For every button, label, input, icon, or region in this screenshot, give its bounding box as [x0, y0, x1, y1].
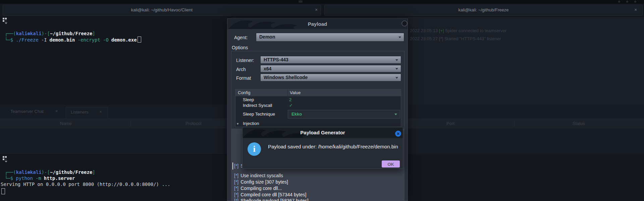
top-strip [0, 0, 644, 4]
chevron-down-icon [394, 114, 397, 115]
console-line: [*]Compiled core dll [57344 bytes] [234, 192, 306, 197]
log-tag: [*] [234, 163, 238, 169]
cutoff-window-icon [299, 0, 303, 3]
close-icon[interactable]: × [55, 109, 58, 114]
divider [130, 120, 131, 127]
prompt-path: ~/github/Freeze [50, 170, 92, 175]
info-icon: i [248, 142, 261, 156]
expander-icon[interactable]: ▾ [237, 122, 239, 126]
console-cursor [232, 162, 233, 170]
arch-label: Arch [236, 67, 246, 72]
options-label: Options [232, 45, 248, 50]
close-icon[interactable]: × [395, 131, 401, 137]
command-line: └─$python-mhttp.server [5, 175, 75, 181]
format-value: Windows Shellcode [264, 75, 401, 80]
column-port[interactable]: Port [446, 121, 454, 126]
prompt-frame: ┌──( [5, 170, 16, 175]
listener-value: HTTPS-443 [264, 57, 401, 62]
table-row[interactable]: Sleep Technique Ekko [235, 109, 401, 120]
terminal-pane-top[interactable]: ┌──(kali⊛kali)-[~/github/Freeze] └─$./Fr… [0, 16, 231, 105]
dialog-title: Payload Generator [243, 130, 403, 135]
event-log-line: 2022 23:05:27 [*] Started "HTTPS-443" li… [410, 36, 501, 41]
pane-menu-icon[interactable] [3, 18, 7, 24]
config-table: Config Value Sleep 2 Indirect Syscall ✓ … [235, 89, 401, 127]
tab-havoc-client-terminal[interactable]: kali@kali: ~/github/Havoc/Client × [3, 5, 321, 16]
cli-flag: -m [36, 176, 41, 181]
payload-titlebar[interactable]: Payload [227, 19, 408, 29]
column-value[interactable]: Value [290, 90, 301, 95]
prompt-frame: ┌──( [5, 31, 16, 36]
log-tag: [*] [234, 179, 238, 185]
cli-flag: -I [41, 37, 47, 43]
tab-teamserver-chat[interactable]: Teamserver Chat [10, 109, 44, 114]
dialog-message: Payload saved under: /home/kali/github/F… [268, 144, 398, 149]
server-output: Serving HTTP on 0.0.0.0 port 8000 (http:… [1, 181, 170, 187]
window-dot-icon [634, 1, 636, 3]
config-value: 2 [289, 97, 291, 102]
prompt-frame: ] [92, 31, 95, 36]
listener-dropdown[interactable]: HTTPS-443 [260, 56, 401, 64]
agent-dropdown[interactable]: Demon [256, 33, 404, 42]
config-key: Injection [243, 121, 259, 126]
terminal-tab-bar: kali@kali: ~/github/Havoc/Client × kali@… [0, 4, 644, 17]
console-line: [*]Use indirect syscalls [234, 173, 283, 178]
column-status[interactable]: Status [573, 121, 585, 126]
window-circle-button[interactable] [401, 20, 408, 26]
pane-menu-icon[interactable] [3, 156, 7, 162]
arch-dropdown[interactable]: x64 [260, 65, 401, 72]
tab-title: kali@kali: ~/github/Havoc/Client [3, 7, 321, 12]
log-text: Started "HTTPS-443" listener [444, 36, 501, 41]
window-title: Payload [227, 21, 408, 27]
chevron-down-icon [398, 37, 401, 38]
tab-freeze-terminal[interactable]: kali@kali: ~/github/Freeze × [324, 5, 643, 16]
log-tag: [*] [234, 198, 238, 201]
log-text: Compiled core dll [57344 bytes] [240, 192, 306, 197]
prompt-user: kali⊛kali [16, 31, 42, 36]
close-icon[interactable]: × [315, 7, 318, 12]
close-icon[interactable]: × [99, 109, 102, 114]
console-line: [*]Compiling core dll... [234, 186, 282, 191]
config-key: Sleep Technique [243, 112, 275, 117]
config-key: Sleep [243, 97, 254, 102]
log-text: Config size [307 bytes] [240, 179, 288, 185]
background-area [408, 154, 644, 201]
cli-arg: demon.exe [111, 37, 137, 43]
console-line: [*]Config size [307 bytes] [234, 179, 288, 185]
log-text: Compiling core dll... [240, 186, 282, 191]
config-table-header: Config Value [235, 89, 401, 96]
column-protocol[interactable]: Protocol [185, 121, 202, 126]
column-name[interactable]: Name [60, 121, 72, 126]
column-config[interactable]: Config [238, 90, 251, 95]
log-tag: [*] [234, 173, 238, 178]
dialog-titlebar[interactable]: Payload Generator × [243, 127, 403, 138]
prompt-frame: ] [92, 170, 95, 175]
cli-flag: -O [103, 37, 109, 43]
event-log-line: 2022 23:05:13 [+] 5pider connected to te… [410, 28, 506, 33]
sleep-technique-value: Ekko [291, 112, 302, 117]
arch-value: x64 [264, 66, 401, 71]
cli-arg: http.server [44, 176, 75, 181]
log-timestamp: 2022 23:05:13 [410, 28, 438, 33]
terminal-pane-bottom[interactable]: ┌──(kali⊛kali)-[~/github/Freeze] └─$pyth… [0, 154, 231, 201]
prompt-frame: └─$ [5, 176, 13, 181]
payload-generator-dialog: Payload Generator × i Payload saved unde… [242, 127, 403, 169]
format-dropdown[interactable]: Windows Shellcode [260, 74, 401, 81]
prompt-path: ~/github/Freeze [50, 31, 92, 36]
close-icon[interactable]: × [634, 7, 637, 12]
tab-title: Listeners [71, 110, 89, 115]
config-key: Indirect Syscall [243, 103, 272, 108]
tab-listeners[interactable]: Listeners × [66, 107, 108, 119]
prompt-frame: )-[ [42, 170, 50, 175]
command: python [16, 176, 33, 181]
sleep-technique-dropdown[interactable]: Ekko [288, 110, 400, 119]
prompt-frame: └─$ [5, 37, 13, 43]
agent-label: Agent: [234, 35, 248, 40]
chevron-down-icon [395, 59, 398, 61]
agent-value: Demon [259, 34, 404, 40]
tab-title: kali@kali: ~/github/Freeze [325, 7, 642, 12]
format-label: Format [236, 75, 251, 81]
prompt-frame: )-[ [42, 31, 50, 36]
ok-button[interactable]: OK [382, 160, 400, 168]
window-dot-icon [626, 1, 628, 3]
chevron-down-icon [395, 77, 398, 79]
